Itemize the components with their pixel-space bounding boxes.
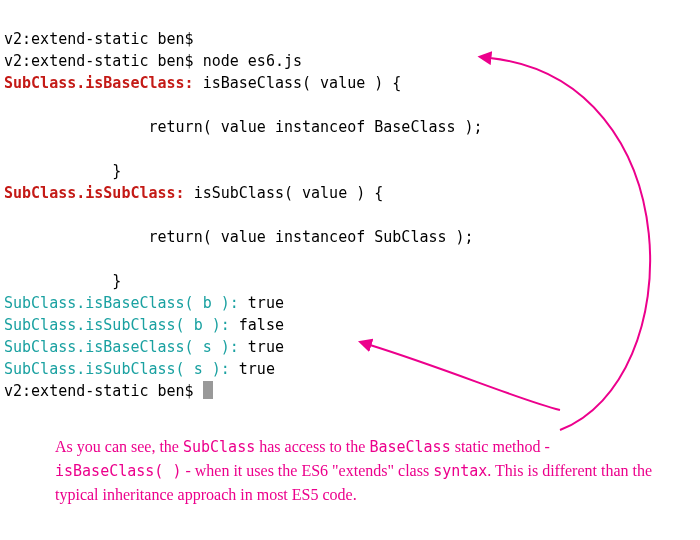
annotation-baseclass: BaseClass (369, 438, 450, 456)
annotation-syntax: syntax (433, 462, 487, 480)
command-text: node es6.js (203, 52, 302, 70)
result-line-3: SubClass.isBaseClass( s ): true (4, 338, 284, 356)
prompt-line-2: v2:extend-static ben$ node es6.js (4, 52, 302, 70)
terminal-output: v2:extend-static ben$ v2:extend-static b… (0, 0, 700, 402)
result-line-1: SubClass.isBaseClass( b ): true (4, 294, 284, 312)
label-isSubClass: SubClass.isSubClass: (4, 184, 185, 202)
annotation-text: As you can see, the SubClass has access … (55, 435, 660, 507)
result-line-2: SubClass.isSubClass( b ): false (4, 316, 284, 334)
annotation-subclass: SubClass (183, 438, 255, 456)
output-line-isBaseClass-header: SubClass.isBaseClass: isBaseClass( value… (4, 74, 401, 92)
label-isBaseClass: SubClass.isBaseClass: (4, 74, 194, 92)
output-line-isSubClass-header: SubClass.isSubClass: isSubClass( value )… (4, 184, 383, 202)
result-line-4: SubClass.isSubClass( s ): true (4, 360, 275, 378)
output-line-isBaseClass-close: } (4, 162, 121, 180)
output-line-isSubClass-body: return( value instanceof SubClass ); (4, 228, 474, 246)
prompt-line-1: v2:extend-static ben$ (4, 30, 194, 48)
cursor-block (203, 381, 213, 399)
output-line-isSubClass-close: } (4, 272, 121, 290)
annotation-method: isBaseClass( ) (55, 462, 181, 480)
prompt-line-3: v2:extend-static ben$ (4, 382, 213, 400)
output-line-isBaseClass-body: return( value instanceof BaseClass ); (4, 118, 483, 136)
